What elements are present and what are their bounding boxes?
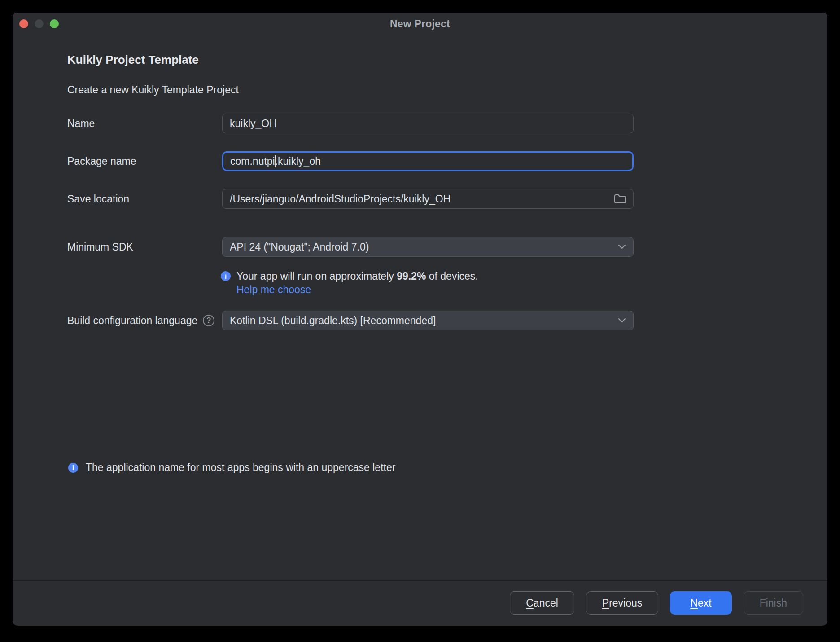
package-name-label: Package name bbox=[67, 151, 136, 171]
build-config-value: Kotlin DSL (build.gradle.kts) [Recommend… bbox=[230, 315, 436, 327]
sdk-coverage-info: i Your app will run on approximately 99.… bbox=[221, 270, 478, 282]
validation-hint: i The application name for most apps beg… bbox=[68, 462, 395, 474]
traffic-lights bbox=[19, 19, 59, 28]
window-title: New Project bbox=[390, 18, 450, 30]
zoom-button[interactable] bbox=[50, 19, 59, 28]
build-config-label: Build configuration language ? bbox=[67, 311, 214, 330]
footer-divider bbox=[13, 580, 827, 581]
chevron-down-icon bbox=[617, 244, 627, 250]
minimum-sdk-value: API 24 ("Nougat"; Android 7.0) bbox=[230, 241, 369, 253]
validation-hint-text: The application name for most apps begin… bbox=[86, 462, 395, 474]
footer-buttons: Cancel Previous Next Finish bbox=[510, 591, 803, 615]
minimize-button[interactable] bbox=[35, 19, 44, 28]
help-question-icon[interactable]: ? bbox=[203, 315, 214, 326]
close-button[interactable] bbox=[19, 19, 28, 28]
previous-button[interactable]: Previous bbox=[586, 591, 659, 615]
sdk-coverage-text: Your app will run on approximately 99.2%… bbox=[236, 270, 478, 282]
chevron-down-icon bbox=[617, 317, 627, 324]
titlebar: New Project bbox=[13, 13, 827, 35]
save-location-input[interactable]: /Users/jianguo/AndroidStudioProjects/kui… bbox=[222, 189, 634, 209]
build-config-select[interactable]: Kotlin DSL (build.gradle.kts) [Recommend… bbox=[222, 311, 634, 330]
page-title: Kuikly Project Template bbox=[67, 53, 199, 67]
name-input[interactable]: kuikly_OH bbox=[222, 114, 634, 133]
page-subtitle: Create a new Kuikly Template Project bbox=[67, 84, 239, 96]
finish-button[interactable]: Finish bbox=[744, 591, 803, 615]
cancel-button[interactable]: Cancel bbox=[510, 591, 574, 615]
browse-folder-button[interactable] bbox=[613, 193, 627, 205]
info-icon: i bbox=[221, 271, 231, 281]
next-button[interactable]: Next bbox=[670, 591, 731, 615]
new-project-dialog: New Project Kuikly Project Template Crea… bbox=[13, 13, 827, 626]
package-value-after-caret: .kuikly_oh bbox=[275, 155, 321, 167]
info-icon: i bbox=[68, 463, 78, 473]
name-value: kuikly_OH bbox=[230, 118, 277, 130]
package-value-before-caret: com.nutpi bbox=[230, 155, 275, 167]
folder-icon bbox=[613, 193, 627, 205]
name-label: Name bbox=[67, 114, 95, 133]
save-location-label: Save location bbox=[67, 189, 129, 209]
package-name-input[interactable]: com.nutpi .kuikly_oh bbox=[222, 151, 634, 171]
help-me-choose-link[interactable]: Help me choose bbox=[236, 284, 311, 296]
device-coverage-percent: 99.2% bbox=[397, 270, 426, 282]
save-location-value: /Users/jianguo/AndroidStudioProjects/kui… bbox=[230, 193, 451, 205]
minimum-sdk-label: Minimum SDK bbox=[67, 237, 133, 257]
minimum-sdk-select[interactable]: API 24 ("Nougat"; Android 7.0) bbox=[222, 237, 634, 257]
